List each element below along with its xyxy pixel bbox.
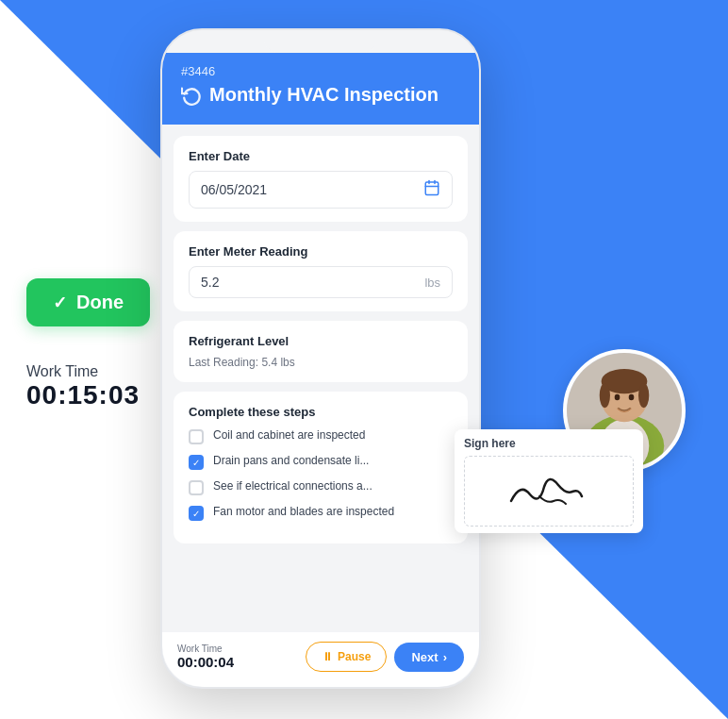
step-item-3[interactable]: See if electrical connections a... [189, 479, 453, 495]
svg-rect-9 [425, 182, 438, 195]
phone-mockup: #3446 Monthly HVAC Inspection Enter Date… [160, 28, 481, 689]
work-time-value: 00:15:03 [26, 380, 140, 410]
date-card: Enter Date 06/05/2021 [174, 136, 468, 222]
date-input-row[interactable]: 06/05/2021 [189, 171, 453, 209]
date-label: Enter Date [189, 149, 453, 163]
signature [492, 468, 605, 515]
sign-here-panel: Sign here [455, 429, 643, 533]
step-text-1: Coil and cabinet are inspected [213, 428, 365, 442]
done-button[interactable]: ✓ Done [26, 278, 150, 326]
pause-button[interactable]: ⏸ Pause [306, 642, 387, 672]
svg-point-7 [615, 394, 620, 401]
checkbox-1[interactable] [189, 429, 204, 444]
step-item-4[interactable]: ✓ Fan motor and blades are inspected [189, 505, 453, 521]
bottom-wt-label: Work Time [177, 644, 234, 654]
step-item-2[interactable]: ✓ Drain pans and condensate li... [189, 454, 453, 470]
sign-area[interactable] [464, 456, 634, 527]
phone-content: Enter Date 06/05/2021 Enter Meter Readin… [162, 125, 479, 668]
bottom-work-time: Work Time 00:00:04 [177, 644, 234, 670]
calendar-icon [423, 179, 440, 200]
bottom-buttons: ⏸ Pause Next › [306, 642, 464, 672]
step-item-1[interactable]: Coil and cabinet are inspected [189, 428, 453, 444]
step-text-4: Fan motor and blades are inspected [213, 505, 394, 518]
steps-card: Complete these steps Coil and cabinet ar… [174, 392, 468, 543]
svg-point-5 [600, 383, 610, 408]
work-time-panel: Work Time 00:15:03 [26, 363, 140, 410]
check-icon: ✓ [53, 293, 67, 313]
checkbox-4[interactable]: ✓ [189, 506, 204, 521]
next-chevron-icon: › [443, 650, 447, 664]
bottom-wt-value: 00:00:04 [177, 654, 234, 670]
meter-value: 5.2 [201, 275, 424, 290]
inspection-title: Monthly HVAC Inspection [209, 84, 438, 106]
pause-icon: ⏸ [322, 650, 333, 663]
checkbox-2[interactable]: ✓ [189, 455, 204, 470]
phone-bottom-bar: Work Time 00:00:04 ⏸ Pause Next › [162, 631, 479, 687]
ticket-number: #3446 [181, 64, 460, 78]
next-label: Next [411, 650, 438, 664]
svg-point-6 [638, 383, 649, 408]
done-label: Done [76, 292, 124, 313]
steps-title: Complete these steps [189, 405, 453, 419]
refresh-icon [181, 85, 202, 106]
meter-unit: lbs [424, 276, 440, 290]
work-time-label: Work Time [26, 363, 140, 380]
refrigerant-label: Refrigerant Level [189, 334, 453, 348]
meter-label: Enter Meter Reading [189, 244, 453, 259]
next-button[interactable]: Next › [394, 643, 464, 672]
phone-notch [264, 30, 377, 53]
step-text-2: Drain pans and condensate li... [213, 454, 369, 467]
phone-title: Monthly HVAC Inspection [181, 84, 460, 106]
pause-label: Pause [338, 650, 371, 663]
checkbox-3[interactable] [189, 480, 204, 495]
svg-point-8 [629, 394, 635, 401]
sign-here-title: Sign here [464, 437, 634, 450]
meter-input-row[interactable]: 5.2 lbs [189, 266, 453, 298]
step-text-3: See if electrical connections a... [213, 479, 372, 493]
meter-card: Enter Meter Reading 5.2 lbs [174, 231, 468, 311]
date-value: 06/05/2021 [201, 182, 423, 197]
refrigerant-sub-label: Last Reading: 5.4 lbs [189, 356, 453, 369]
phone-header: #3446 Monthly HVAC Inspection [162, 53, 479, 125]
refrigerant-card: Refrigerant Level Last Reading: 5.4 lbs [174, 321, 468, 382]
